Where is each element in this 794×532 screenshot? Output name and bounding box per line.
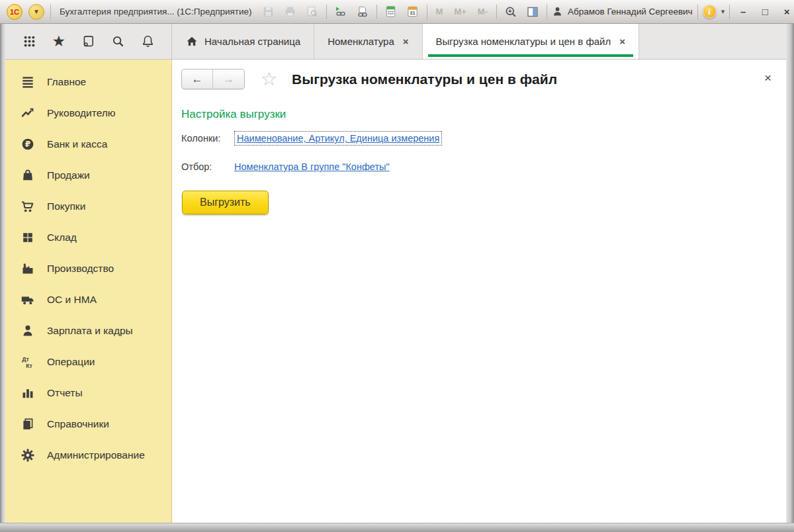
gear-icon: [20, 447, 35, 463]
tab-close-icon[interactable]: ×: [619, 36, 625, 47]
sidebar-item-label: Склад: [47, 232, 77, 244]
main-menu-dropdown-button[interactable]: ▼: [28, 4, 44, 20]
1c-logo-icon: 1С: [7, 4, 22, 20]
sidebar-item-label: Справочники: [47, 418, 109, 430]
zoom-icon[interactable]: [503, 4, 519, 20]
sidebar-item-salary-hr[interactable]: Зарплата и кадры: [5, 315, 171, 346]
sidebar-item-bank-cash[interactable]: ₽ Банк и касса: [5, 128, 171, 159]
print-preview-icon: [304, 4, 320, 20]
close-window-button[interactable]: ×: [778, 6, 794, 17]
sidebar-item-directories[interactable]: Справочники: [5, 408, 171, 439]
minimize-button[interactable]: –: [734, 6, 752, 17]
user-icon: [552, 6, 563, 17]
tab-nomenclature[interactable]: Номенклатура ×: [314, 24, 422, 59]
sidebar-item-administration[interactable]: Администрирование: [5, 439, 171, 470]
svg-text:₽: ₽: [24, 140, 30, 149]
sidebar-item-label: Банк и касса: [47, 138, 107, 150]
form-header: ← → ☆ Выгрузка номенклатуры и цен в файл: [181, 69, 773, 89]
tab-close-icon[interactable]: ×: [403, 36, 409, 47]
separator: [496, 5, 497, 19]
filter-row: Отбор: Номенклатура В группе "Конфеты": [181, 161, 773, 172]
filter-label: Отбор:: [181, 161, 234, 172]
window-border-bottom: [0, 523, 794, 532]
split-window-icon[interactable]: [525, 4, 541, 20]
columns-link[interactable]: Наименование, Артикул, Единица измерения: [237, 133, 439, 144]
bar-chart-icon: [20, 385, 35, 400]
tab-label: Начальная страница: [204, 36, 300, 47]
separator: [729, 5, 730, 19]
maximize-button[interactable]: □: [756, 6, 773, 17]
sidebar-item-label: Зарплата и кадры: [47, 325, 133, 337]
columns-link-focus: Наименование, Артикул, Единица измерения: [234, 131, 442, 146]
sidebar-item-warehouse[interactable]: Склад: [5, 222, 171, 253]
work-area: Главное Руководителю ₽ Банк и касса Прод…: [5, 60, 786, 523]
memory-minus-button: M-: [475, 7, 490, 17]
back-button[interactable]: ←: [182, 69, 213, 89]
function-panel: ★: [5, 24, 172, 59]
separator: [326, 5, 327, 19]
form-export-nomenclature: ← → ☆ Выгрузка номенклатуры и цен в файл…: [172, 60, 786, 523]
sidebar-item-sales[interactable]: Продажи: [5, 159, 171, 191]
add-favorite-star-icon[interactable]: ☆: [261, 70, 277, 89]
debit-credit-icon: ДтКт: [20, 354, 35, 369]
history-icon[interactable]: [81, 34, 97, 50]
books-icon: [20, 416, 35, 431]
tab-bar: ★ Начальная страница Номенклатура × Выгр…: [5, 24, 786, 60]
forward-button[interactable]: →: [213, 69, 244, 89]
sidebar-item-purchases[interactable]: Покупки: [5, 191, 171, 222]
tab-label: Выгрузка номенклатуры и цен в файл: [436, 36, 611, 47]
goto-link-icon[interactable]: [333, 4, 349, 20]
calendar-day-label: 31: [410, 10, 416, 16]
sidebar-item-label: Отчеты: [47, 387, 83, 399]
home-icon: [185, 35, 198, 48]
filter-link[interactable]: Номенклатура В группе "Конфеты": [234, 161, 390, 172]
favorites-star-icon[interactable]: ★: [51, 34, 67, 50]
notifications-bell-icon[interactable]: [140, 34, 155, 50]
get-link-icon[interactable]: [355, 4, 371, 20]
sidebar-item-manager[interactable]: Руководителю: [5, 97, 171, 128]
cart-icon: [20, 199, 35, 214]
separator: [50, 5, 51, 19]
columns-row: Колонки: Наименование, Артикул, Единица …: [181, 131, 773, 146]
warehouse-boxes-icon: [20, 230, 35, 245]
sidebar-item-operations[interactable]: ДтКт Операции: [5, 346, 171, 377]
sidebar-item-label: ОС и НМА: [47, 294, 97, 306]
separator: [697, 5, 698, 19]
sidebar-item-production[interactable]: Производство: [5, 253, 171, 284]
sidebar-item-fixed-assets[interactable]: ОС и НМА: [5, 284, 171, 315]
sections-sidebar: Главное Руководителю ₽ Банк и касса Прод…: [5, 60, 172, 523]
print-icon: [283, 4, 298, 20]
truck-icon: [20, 292, 35, 307]
separator: [376, 5, 377, 19]
sections-grid-icon[interactable]: [21, 34, 37, 50]
export-button[interactable]: Выгрузить: [182, 191, 269, 214]
memory-recall-button: M: [433, 7, 446, 17]
sidebar-item-label: Производство: [47, 263, 114, 275]
application-window: 1С ▼ Бухгалтерия предприятия... (1С:Пред…: [0, 0, 794, 532]
calculator-icon[interactable]: [383, 4, 399, 20]
title-bar: 1С ▼ Бухгалтерия предприятия... (1С:Пред…: [0, 0, 794, 24]
close-form-icon[interactable]: ×: [764, 71, 772, 84]
section-heading: Настройка выгрузки: [181, 108, 773, 121]
info-glyph: i: [708, 7, 711, 17]
user-info[interactable]: Абрамов Геннадий Сергеевич i ▾ – □ ×: [547, 5, 794, 19]
svg-text:Кт: Кт: [26, 362, 32, 369]
sidebar-item-label: Руководителю: [47, 107, 115, 119]
info-caret-icon[interactable]: ▾: [721, 7, 725, 16]
sidebar-item-reports[interactable]: Отчеты: [5, 377, 171, 408]
sidebar-item-main[interactable]: Главное: [5, 66, 171, 97]
svg-text:Дт: Дт: [22, 355, 29, 362]
columns-label: Колонки:: [181, 133, 234, 144]
star-glyph: ★: [52, 34, 66, 49]
separator: [547, 5, 547, 19]
separator: [427, 5, 427, 19]
tab-export-nomenclature[interactable]: Выгрузка номенклатуры и цен в файл ×: [423, 24, 639, 59]
user-name: Абрамов Геннадий Сергеевич: [568, 7, 693, 17]
person-icon: [20, 323, 35, 338]
tab-home[interactable]: Начальная страница: [172, 24, 314, 59]
calendar-icon[interactable]: 31: [405, 4, 421, 20]
sidebar-item-label: Операции: [47, 356, 95, 368]
caret-down-icon: ▼: [33, 8, 40, 15]
search-icon[interactable]: [110, 34, 126, 50]
info-icon[interactable]: i: [703, 5, 717, 19]
